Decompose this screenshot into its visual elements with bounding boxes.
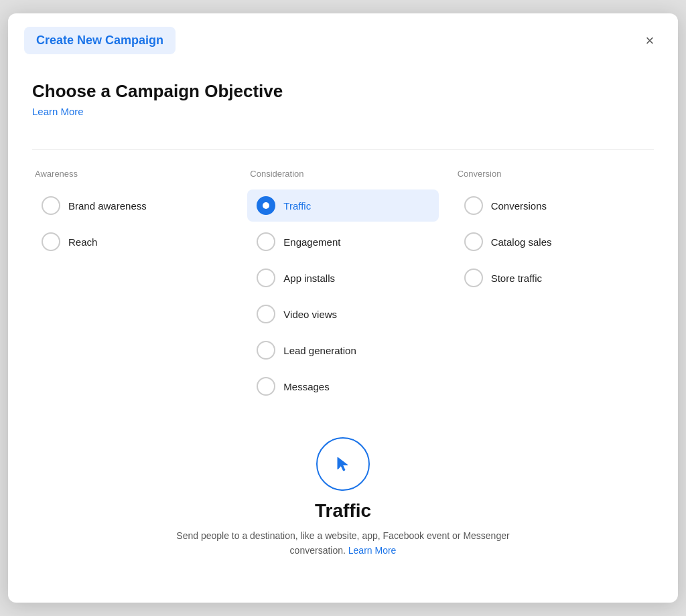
cursor-icon [332, 453, 354, 475]
label-lead-generation: Lead generation [283, 345, 356, 356]
radio-engagement [257, 232, 275, 251]
objectives-grid: Awareness Brand awareness Reach Consider… [32, 169, 654, 406]
radio-catalog-sales [464, 232, 483, 251]
option-video-views[interactable]: Video views [247, 298, 438, 330]
modal-header: Create New Campaign × [8, 13, 678, 65]
page-title: Choose a Campaign Objective [32, 81, 654, 102]
radio-app-installs [257, 268, 275, 287]
radio-brand-awareness [42, 196, 60, 215]
label-app-installs: App installs [283, 273, 335, 284]
label-brand-awareness: Brand awareness [68, 200, 147, 212]
divider [32, 149, 654, 150]
option-store-traffic[interactable]: Store traffic [455, 262, 646, 294]
label-messages: Messages [283, 381, 329, 392]
preview-desc-text: Send people to a destination, like a web… [176, 530, 509, 556]
option-app-installs[interactable]: App installs [247, 262, 438, 294]
preview-learn-more-link[interactable]: Learn More [348, 545, 397, 556]
option-catalog-sales[interactable]: Catalog sales [455, 226, 646, 258]
consideration-header: Consideration [247, 169, 438, 179]
option-reach[interactable]: Reach [32, 226, 231, 258]
radio-reach [42, 232, 60, 251]
awareness-column: Awareness Brand awareness Reach [32, 169, 239, 406]
modal-body: Choose a Campaign Objective Learn More A… [8, 65, 678, 579]
option-messages[interactable]: Messages [247, 370, 438, 402]
radio-store-traffic [464, 268, 483, 287]
consideration-column: Consideration Traffic Engagement App ins… [239, 169, 446, 406]
preview-description: Send people to a destination, like a web… [169, 528, 517, 558]
preview-title: Traffic [315, 500, 371, 522]
option-lead-generation[interactable]: Lead generation [247, 334, 438, 366]
label-conversions: Conversions [491, 200, 547, 212]
conversion-column: Conversion Conversions Catalog sales Sto… [447, 169, 654, 406]
option-traffic[interactable]: Traffic [247, 189, 438, 222]
learn-more-link[interactable]: Learn More [32, 106, 84, 117]
preview-section: Traffic Send people to a destination, li… [32, 431, 654, 558]
campaign-modal: Create New Campaign × Choose a Campaign … [8, 13, 678, 603]
conversion-header: Conversion [455, 169, 646, 179]
option-brand-awareness[interactable]: Brand awareness [32, 189, 231, 222]
label-traffic: Traffic [283, 200, 311, 212]
awareness-header: Awareness [32, 169, 231, 179]
label-store-traffic: Store traffic [491, 273, 542, 284]
radio-lead-generation [257, 341, 275, 360]
radio-conversions [464, 196, 483, 215]
label-catalog-sales: Catalog sales [491, 236, 552, 248]
label-video-views: Video views [283, 309, 337, 320]
preview-icon-circle [316, 437, 370, 491]
label-engagement: Engagement [283, 236, 340, 248]
radio-traffic [257, 196, 275, 215]
modal-title-button[interactable]: Create New Campaign [24, 27, 176, 54]
radio-video-views [257, 305, 275, 323]
option-engagement[interactable]: Engagement [247, 226, 438, 258]
radio-messages [257, 377, 275, 396]
close-button[interactable]: × [638, 29, 662, 53]
label-reach: Reach [68, 236, 97, 248]
option-conversions[interactable]: Conversions [455, 189, 646, 222]
